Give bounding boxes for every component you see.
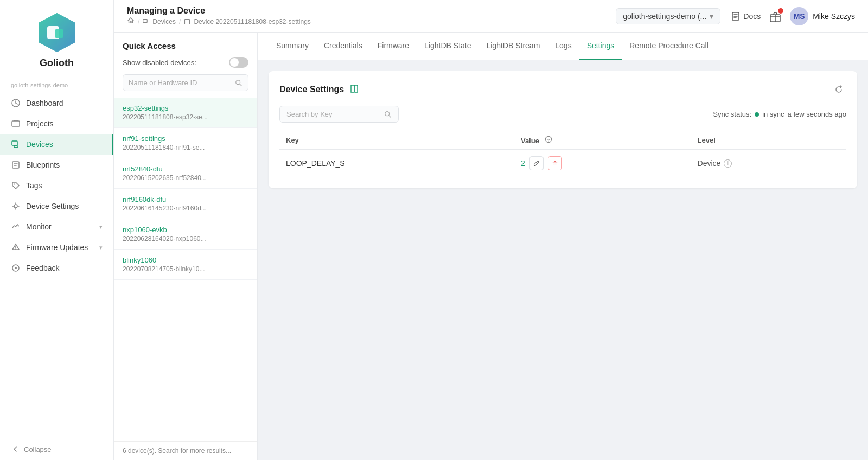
device-list: esp32-settings 20220511181808-esp32-se..…: [114, 98, 257, 441]
col-header-key: Key: [279, 131, 514, 150]
tab-firmware[interactable]: Firmware: [370, 33, 417, 60]
device-item-nrf91-settings[interactable]: nrf91-settings 20220511181840-nrf91-se..…: [114, 128, 257, 158]
setting-value-cell: 2: [514, 150, 691, 177]
device-item-nrf52840-dfu[interactable]: nrf52840-dfu 20220615202635-nrf52840...: [114, 158, 257, 189]
sidebar: Golioth golioth-settings-demo Dashboard …: [0, 0, 114, 460]
device-settings-icon: [11, 201, 21, 211]
device-item-esp32-settings[interactable]: esp32-settings 20220511181808-esp32-se..…: [114, 98, 257, 128]
device-id: 20220616145230-nrf9160d...: [123, 205, 248, 212]
collapse-icon: [11, 445, 20, 453]
svg-rect-16: [185, 19, 190, 24]
tabs-bar: Summary Credentials Firmware LightDB Sta…: [258, 33, 868, 60]
sidebar-monitor-label: Monitor: [26, 222, 52, 231]
breadcrumb: / Devices / Device 20220511181808-esp32-…: [127, 17, 311, 26]
svg-rect-3: [55, 29, 63, 38]
tab-lightdb-stream[interactable]: LightDB Stream: [478, 33, 547, 60]
content-area: Quick Access Show disabled devices: esp3…: [114, 33, 868, 460]
dashboard-icon: [11, 98, 21, 108]
sidebar-blueprints-label: Blueprints: [26, 161, 60, 169]
breadcrumb-devices[interactable]: Devices: [152, 18, 176, 25]
show-disabled-toggle[interactable]: [229, 57, 248, 68]
sidebar-device-settings-label: Device Settings: [26, 202, 79, 210]
device-id: 20220708214705-blinky10...: [123, 265, 248, 273]
tab-lightdb-state[interactable]: LightDB State: [417, 33, 478, 60]
user-menu[interactable]: MS Mike Szczys: [790, 7, 855, 25]
logo-text: Golioth: [40, 58, 74, 69]
firmware-chevron: ▾: [99, 244, 103, 251]
device-id: 20220615202635-nrf52840...: [123, 174, 248, 182]
tab-summary[interactable]: Summary: [269, 33, 316, 60]
sidebar-item-projects[interactable]: Projects: [0, 113, 113, 134]
nav-menu: golioth-settings-demo Dashboard Projects…: [0, 74, 113, 438]
level-info-icon[interactable]: i: [724, 159, 732, 168]
sync-dot: [755, 112, 759, 117]
topbar-actions: Docs MS Mike Szczys: [731, 7, 855, 25]
device-search-input[interactable]: [129, 79, 231, 87]
refresh-button[interactable]: [831, 82, 846, 97]
delete-setting-button[interactable]: [548, 156, 562, 170]
sidebar-tags-label: Tags: [26, 181, 42, 190]
device-id: 20220628164020-nxp1060...: [123, 235, 248, 242]
show-disabled-row: Show disabled devices:: [123, 57, 248, 68]
settings-card: Device Settings: [269, 71, 857, 188]
org-selector[interactable]: golioth-settings-demo (... ▾: [616, 8, 720, 24]
logo-icon: [35, 11, 79, 54]
device-name: blinky1060: [123, 256, 248, 264]
show-disabled-label: Show disabled devices:: [123, 59, 196, 67]
blueprints-icon: [11, 160, 21, 170]
sync-status-value: in sync: [762, 110, 784, 118]
device-item-nxp1060-evkb[interactable]: nxp1060-evkb 20220628164020-nxp1060...: [114, 219, 257, 250]
setting-level-cell: Device i: [691, 150, 846, 177]
tab-credentials[interactable]: Credentials: [316, 33, 370, 60]
devices-breadcrumb-icon: [143, 18, 149, 25]
page-title: Managing a Device: [127, 6, 311, 16]
sync-status: Sync status: in sync a few seconds ago: [713, 110, 846, 118]
svg-point-9: [14, 184, 15, 185]
svg-rect-6: [12, 141, 17, 145]
docs-link[interactable]: Docs: [731, 12, 761, 21]
breadcrumb-area: Managing a Device / Devices / Device 202…: [127, 6, 311, 26]
svg-rect-8: [12, 162, 19, 168]
sidebar-devices-label: Devices: [26, 140, 53, 149]
sidebar-item-dashboard[interactable]: Dashboard: [0, 93, 113, 113]
sidebar-collapse-button[interactable]: Collapse: [0, 438, 113, 460]
sidebar-item-tags[interactable]: Tags: [0, 175, 113, 196]
device-breadcrumb-icon: [184, 18, 190, 25]
sidebar-item-feedback[interactable]: Feedback: [0, 258, 113, 278]
device-name: nrf91-settings: [123, 135, 248, 143]
sidebar-item-blueprints[interactable]: Blueprints: [0, 155, 113, 175]
device-name: esp32-settings: [123, 104, 248, 112]
book-icon[interactable]: [349, 84, 359, 95]
tab-settings[interactable]: Settings: [579, 33, 622, 60]
docs-label: Docs: [743, 12, 761, 21]
sidebar-item-monitor[interactable]: Monitor ▾: [0, 216, 113, 237]
svg-text:?: ?: [547, 138, 550, 143]
device-name: nrf52840-dfu: [123, 165, 248, 173]
device-panel: Quick Access Show disabled devices: esp3…: [114, 33, 258, 460]
org-chevron-icon: ▾: [710, 12, 713, 21]
key-search-input[interactable]: [286, 110, 380, 118]
edit-setting-button[interactable]: [529, 156, 544, 170]
notification-badge: [778, 8, 783, 14]
user-avatar: MS: [790, 7, 808, 25]
gift-button[interactable]: [769, 10, 781, 22]
tab-remote-procedure-call[interactable]: Remote Procedure Call: [622, 33, 716, 60]
quick-access-title: Quick Access: [123, 41, 248, 50]
device-item-nrf9160dk-dfu[interactable]: nrf9160dk-dfu 20220616145230-nrf9160d...: [114, 189, 257, 219]
sidebar-item-device-settings[interactable]: Device Settings: [0, 196, 113, 216]
settings-card-header: Device Settings: [279, 82, 846, 97]
tab-logs[interactable]: Logs: [547, 33, 579, 60]
device-item-blinky1060[interactable]: blinky1060 20220708214705-blinky10...: [114, 250, 257, 280]
col-header-value: Value ?: [514, 131, 691, 150]
col-header-level: Level: [691, 131, 846, 150]
value-info-icon: ?: [545, 136, 552, 143]
sidebar-item-devices[interactable]: Devices: [0, 134, 113, 155]
firmware-icon: [11, 242, 21, 252]
main-area: Managing a Device / Devices / Device 202…: [114, 0, 868, 460]
sidebar-item-firmware-updates[interactable]: Firmware Updates ▾: [0, 237, 113, 258]
breadcrumb-home[interactable]: [127, 17, 135, 26]
quick-access-header: Quick Access Show disabled devices:: [114, 33, 257, 98]
svg-rect-15: [143, 19, 148, 22]
breadcrumb-device[interactable]: Device 20220511181808-esp32-settings: [194, 18, 311, 25]
sidebar-feedback-label: Feedback: [26, 264, 59, 272]
